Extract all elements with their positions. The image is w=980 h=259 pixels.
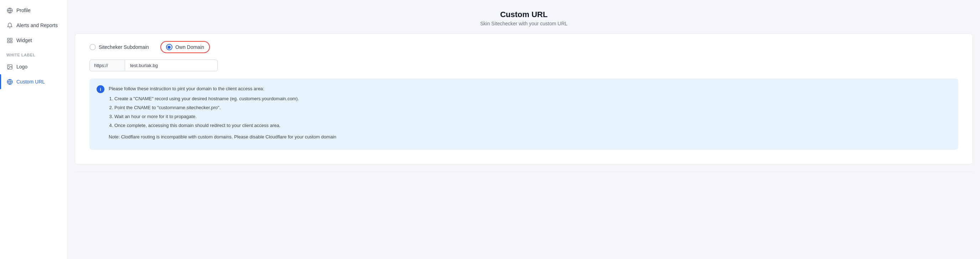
bell-icon <box>6 22 13 29</box>
radio-own-domain-circle <box>166 44 172 50</box>
info-step-2: Point the CNAME to "customname.sitecheck… <box>115 104 336 112</box>
custom-url-icon <box>6 78 13 85</box>
radio-own-domain[interactable]: Own Domain <box>161 41 210 53</box>
white-label-section: WHITE LABEL <box>0 48 67 59</box>
svg-rect-4 <box>10 41 12 42</box>
radio-subdomain-circle <box>89 44 96 50</box>
sidebar-item-custom-url[interactable]: Custom URL <box>0 74 67 89</box>
image-icon <box>6 64 13 70</box>
page-title: Custom URL <box>82 10 966 19</box>
info-box: i Please follow these instruction to pin… <box>89 78 958 150</box>
url-domain-input[interactable] <box>125 59 218 71</box>
sidebar-item-logo[interactable]: Logo <box>0 59 67 74</box>
svg-rect-5 <box>8 41 9 42</box>
info-content: Please follow these instruction to pint … <box>109 85 336 144</box>
content-area: Sitecheker Subdomain Own Domain i Please… <box>75 34 973 165</box>
widget-icon <box>6 37 13 43</box>
page-header: Custom URL Skin Sitechecker with your cu… <box>68 0 980 34</box>
sidebar-item-custom-url-label: Custom URL <box>16 79 45 85</box>
svg-rect-3 <box>10 38 12 40</box>
sidebar-item-alerts-label: Alerts and Reports <box>16 22 58 28</box>
info-step-4: Once complete, accessing this domain sho… <box>115 122 336 130</box>
info-steps-list: Create a "CNAME" record using your desir… <box>115 95 336 130</box>
sidebar-item-logo-label: Logo <box>16 64 27 70</box>
radio-own-domain-label: Own Domain <box>175 44 204 50</box>
domain-radio-group: Sitecheker Subdomain Own Domain <box>89 41 958 53</box>
radio-subdomain[interactable]: Sitecheker Subdomain <box>89 44 149 50</box>
svg-rect-2 <box>8 38 9 40</box>
sidebar-item-profile-label: Profile <box>16 8 31 13</box>
url-prefix-input[interactable] <box>89 59 125 71</box>
info-intro: Please follow these instruction to pint … <box>109 85 336 93</box>
sidebar-item-profile[interactable]: Profile <box>0 3 67 18</box>
sidebar-item-widget[interactable]: Widget <box>0 33 67 48</box>
sidebar-item-alerts-reports[interactable]: Alerts and Reports <box>0 18 67 33</box>
radio-subdomain-label: Sitecheker Subdomain <box>99 44 149 50</box>
globe-icon <box>6 7 13 14</box>
sidebar-item-widget-label: Widget <box>16 37 32 43</box>
svg-point-7 <box>8 65 9 66</box>
info-note: Note: Clodflare routing is incompatible … <box>109 133 336 141</box>
info-icon: i <box>97 85 104 93</box>
info-step-3: Wait an hour or more for it to propagate… <box>115 113 336 121</box>
url-input-row <box>89 59 958 71</box>
main-content: Custom URL Skin Sitechecker with your cu… <box>68 0 980 259</box>
sidebar: Profile Alerts and Reports Widget WHITE … <box>0 0 68 259</box>
info-step-1: Create a "CNAME" record using your desir… <box>115 95 336 103</box>
page-subtitle: Skin Sitechecker with your custom URL <box>82 21 966 26</box>
